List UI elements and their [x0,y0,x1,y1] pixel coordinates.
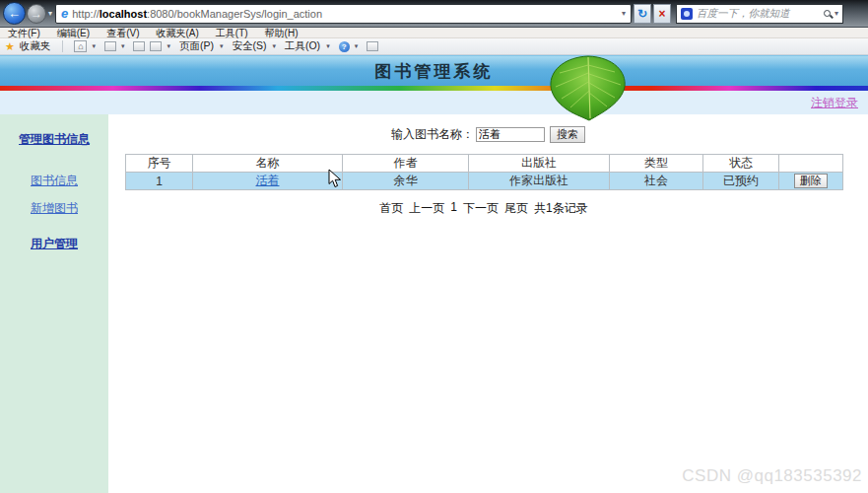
page-menu[interactable]: 页面(P) [179,39,214,53]
book-search-row: 输入图书名称： 搜索 [108,126,868,143]
sidebar-heading-user-manage[interactable]: 用户管理 [31,236,78,252]
col-author: 作者 [343,155,469,173]
cell-status: 已预约 [703,173,779,190]
print-dropdown-icon[interactable]: ▾ [167,42,170,50]
table-row: 1 活着 余华 作家出版社 社会 已预约 删除 [126,173,843,190]
sidebar-link-add-book[interactable]: 新增图书 [31,200,78,217]
web-search-box[interactable]: 百度一下，你就知道 ▾ [676,4,843,24]
watermark: CSDN @qq183535392 [682,466,862,486]
safety-dropdown-icon[interactable]: ▾ [272,42,276,50]
baidu-icon [681,8,693,20]
page-title: 图书管理系统 [375,60,494,83]
menu-help[interactable]: 帮助(H) [265,28,299,38]
favorites-star-icon[interactable]: ★ [5,40,15,53]
pagination-next[interactable]: 下一页 [463,200,499,217]
browser-window: ← → ▾ e http://localhost:8080/bookManage… [0,0,868,493]
tools-menu[interactable]: 工具(O) [285,39,320,53]
menu-view[interactable]: 查看(V) [106,28,139,38]
menu-bar: 文件(F) 编辑(E) 查看(V) 收藏夹(A) 工具(T) 帮助(H) [0,28,868,38]
col-name: 名称 [193,155,343,173]
pagination: 首页 上一页 1 下一页 尾页 共1条记录 [125,200,842,217]
col-seq: 序号 [126,155,193,173]
logout-link[interactable]: 注销登录 [811,95,858,111]
sidebar-heading-manage-books[interactable]: 管理图书信息 [19,131,90,148]
col-status: 状态 [703,155,779,173]
sidebar: 管理图书信息 图书信息 新增图书 用户管理 [0,114,108,493]
mouse-cursor [328,169,342,192]
safety-menu[interactable]: 安全(S) [232,39,266,53]
help-icon[interactable]: ? [339,41,350,52]
cell-author: 余华 [343,173,469,190]
favorites-bar: ★ 收藏夹 ⌂ ▾ ▾ ▾ 页面(P) ▾ 安全(S) ▾ 工具(O) ▾ ? … [0,38,868,55]
help-dropdown-icon[interactable]: ▾ [355,42,359,50]
cell-publisher: 作家出版社 [469,173,610,190]
back-button[interactable]: ← [3,2,26,25]
feeds-dropdown-icon[interactable]: ▾ [121,42,125,50]
page-dropdown-icon[interactable]: ▾ [220,42,224,50]
col-publisher: 出版社 [469,155,610,173]
print-icon[interactable] [150,41,162,51]
refresh-icon: ↻ [637,7,647,21]
content-area: 管理图书信息 图书信息 新增图书 用户管理 输入图书名称： 搜索 序号 名称 [0,114,868,493]
pagination-total: 共1条记录 [534,200,588,217]
history-dropdown-icon[interactable]: ▾ [48,9,52,18]
web-search-placeholder: 百度一下，你就知道 [697,7,820,21]
subheader-band: 注销登录 [0,91,868,114]
menu-favorites[interactable]: 收藏夹(A) [156,28,198,38]
search-dropdown-icon[interactable]: ▾ [835,9,838,18]
site-banner: 图书管理系统 [0,55,868,86]
refresh-button[interactable]: ↻ [634,4,651,24]
delete-button[interactable]: 删除 [794,174,828,188]
main-panel: 输入图书名称： 搜索 序号 名称 作者 出版社 类型 状态 [108,114,868,493]
address-dropdown-icon[interactable]: ▾ [622,9,626,18]
cell-seq: 1 [126,173,193,190]
pagination-prev[interactable]: 上一页 [409,200,444,217]
home-icon[interactable]: ⌂ [74,40,87,52]
menu-tools[interactable]: 工具(T) [216,28,248,38]
book-name-link[interactable]: 活着 [256,174,280,187]
pagination-first[interactable]: 首页 [379,200,403,217]
forward-button[interactable]: → [27,4,46,24]
leaf-image [546,55,631,121]
feeds-icon[interactable] [104,41,116,51]
mail-icon[interactable] [133,41,145,51]
table-header-row: 序号 名称 作者 出版社 类型 状态 [126,155,843,173]
search-button[interactable]: 搜索 [550,126,585,143]
pagination-last[interactable]: 尾页 [504,200,528,217]
stop-icon: × [659,7,666,21]
browser-titlebar: ← → ▾ e http://localhost:8080/bookManage… [0,0,868,28]
sidebar-link-book-info[interactable]: 图书信息 [31,173,78,189]
ie-page-icon: e [61,6,68,21]
stop-button[interactable]: × [653,4,671,24]
pagination-current-page: 1 [450,200,457,217]
tools-dropdown-icon[interactable]: ▾ [326,42,330,50]
search-icon[interactable] [824,10,831,17]
menu-edit[interactable]: 编辑(E) [57,28,90,38]
search-label: 输入图书名称： [391,126,474,143]
cell-type: 社会 [610,173,703,190]
col-type: 类型 [610,155,703,173]
url-text: http://localhost:8080/bookManagerSys/log… [72,8,322,20]
toolbar-extra-icon[interactable] [367,41,378,51]
menu-file[interactable]: 文件(F) [8,28,40,38]
home-dropdown-icon[interactable]: ▾ [92,42,96,50]
col-actions [779,155,843,173]
divider [62,40,63,52]
book-name-input[interactable] [476,127,545,142]
address-bar[interactable]: e http://localhost:8080/bookManagerSys/l… [55,4,632,24]
forward-arrow-icon: → [31,7,42,21]
favorites-label[interactable]: 收藏夹 [20,39,51,53]
back-arrow-icon: ← [8,6,21,21]
books-table: 序号 名称 作者 出版社 类型 状态 1 活着 余华 作家出版社 [125,154,843,190]
